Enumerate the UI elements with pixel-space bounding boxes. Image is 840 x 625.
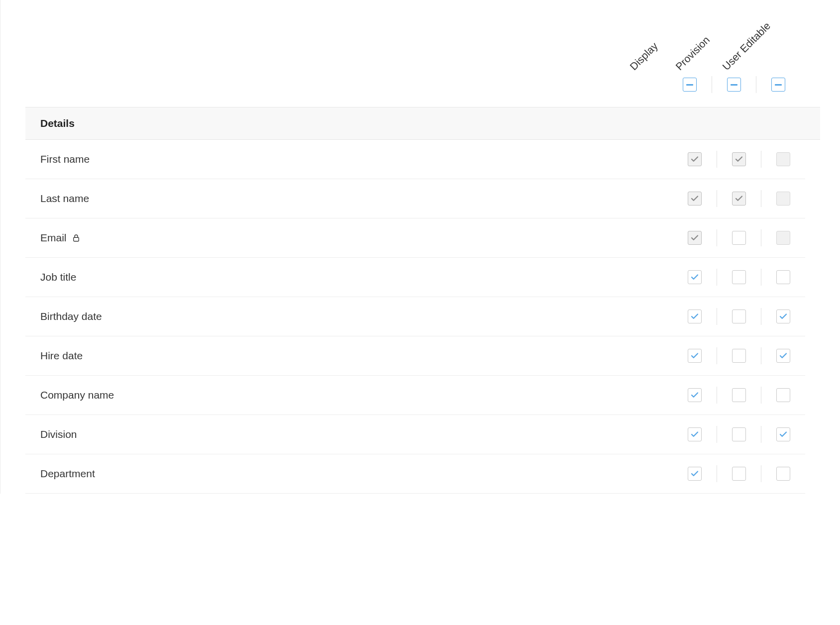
- table-row: Department: [25, 454, 805, 494]
- checkbox-provision[interactable]: [732, 310, 746, 323]
- row-checkbox-group: [688, 229, 790, 246]
- row-label-text: Last name: [40, 193, 89, 205]
- checkbox-provision[interactable]: [732, 388, 746, 402]
- row-label: Division: [40, 428, 688, 440]
- checkbox-user-editable[interactable]: [776, 427, 790, 441]
- divider: [761, 308, 761, 325]
- divider: [761, 229, 761, 246]
- checkbox-user-editable[interactable]: [776, 467, 790, 481]
- row-checkbox-group: [688, 151, 790, 168]
- checkbox-user-editable[interactable]: [776, 349, 790, 363]
- checkbox-user-editable[interactable]: [776, 270, 790, 284]
- lock-icon: [72, 233, 81, 242]
- checkbox-display[interactable]: [688, 427, 702, 441]
- table-row: Company name: [25, 376, 805, 415]
- divider: [761, 465, 761, 482]
- divider: [761, 347, 761, 364]
- table-row: Division: [25, 415, 805, 454]
- header-checkbox-provision[interactable]: [727, 78, 741, 92]
- checkbox-provision[interactable]: [732, 192, 746, 206]
- row-label: Company name: [40, 389, 688, 401]
- row-label: Hire date: [40, 350, 688, 362]
- row-checkbox-group: [688, 269, 790, 286]
- column-label-provision: Provision: [673, 34, 712, 73]
- column-headers: Display Provision User Editable: [25, 0, 820, 107]
- checkbox-display[interactable]: [688, 388, 702, 402]
- row-label: Email: [40, 232, 688, 244]
- row-checkbox-group: [688, 426, 790, 443]
- row-label-text: First name: [40, 153, 90, 165]
- row-label-text: Hire date: [40, 350, 83, 362]
- row-checkbox-group: [688, 387, 790, 404]
- divider: [717, 190, 717, 207]
- checkbox-provision[interactable]: [732, 427, 746, 441]
- row-label: Job title: [40, 271, 688, 283]
- checkbox-provision[interactable]: [732, 152, 746, 166]
- row-label-text: Division: [40, 428, 77, 440]
- divider: [761, 387, 761, 404]
- row-label: First name: [40, 153, 688, 165]
- checkbox-display[interactable]: [688, 349, 702, 363]
- checkbox-display[interactable]: [688, 192, 702, 206]
- checkbox-provision[interactable]: [732, 349, 746, 363]
- divider: [717, 308, 717, 325]
- row-checkbox-group: [688, 347, 790, 364]
- row-checkbox-group: [688, 465, 790, 482]
- table-row: First name: [25, 140, 805, 179]
- divider: [717, 347, 717, 364]
- checkbox-user-editable: [776, 192, 790, 206]
- row-label-text: Birthday date: [40, 311, 102, 322]
- divider: [717, 426, 717, 443]
- row-label-text: Job title: [40, 271, 76, 283]
- divider: [717, 465, 717, 482]
- divider: [717, 229, 717, 246]
- divider: [761, 151, 761, 168]
- row-label-text: Department: [40, 468, 95, 480]
- checkbox-display[interactable]: [688, 152, 702, 166]
- table-row: Birthday date: [25, 297, 805, 336]
- rows-container: First nameLast nameEmailJob titleBirthda…: [25, 140, 820, 494]
- checkbox-display[interactable]: [688, 231, 702, 245]
- section-header-details: Details: [25, 107, 820, 140]
- header-checkbox-display[interactable]: [683, 78, 697, 92]
- column-label-display: Display: [628, 40, 660, 73]
- row-label: Department: [40, 468, 688, 480]
- checkbox-user-editable: [776, 152, 790, 166]
- divider: [717, 387, 717, 404]
- permissions-panel: Display Provision User Editable Details …: [0, 0, 840, 494]
- divider: [756, 76, 756, 93]
- row-checkbox-group: [688, 190, 790, 207]
- table-row: Hire date: [25, 336, 805, 376]
- checkbox-display[interactable]: [688, 270, 702, 284]
- divider: [717, 269, 717, 286]
- checkbox-user-editable: [776, 231, 790, 245]
- table-row: Last name: [25, 179, 805, 218]
- header-checkbox-user-editable[interactable]: [771, 78, 785, 92]
- row-label-text: Email: [40, 232, 67, 244]
- row-label-text: Company name: [40, 389, 114, 401]
- checkbox-provision[interactable]: [732, 467, 746, 481]
- checkbox-user-editable[interactable]: [776, 310, 790, 323]
- checkbox-display[interactable]: [688, 310, 702, 323]
- row-label: Birthday date: [40, 311, 688, 322]
- divider: [761, 190, 761, 207]
- header-checkbox-group: [683, 76, 785, 93]
- divider: [717, 151, 717, 168]
- row-checkbox-group: [688, 308, 790, 325]
- checkbox-provision[interactable]: [732, 270, 746, 284]
- table-row: Email: [25, 218, 805, 258]
- svg-rect-0: [73, 237, 79, 241]
- checkbox-user-editable[interactable]: [776, 388, 790, 402]
- column-label-user-editable: User Editable: [720, 20, 773, 73]
- checkbox-provision[interactable]: [732, 231, 746, 245]
- divider: [712, 76, 712, 93]
- checkbox-display[interactable]: [688, 467, 702, 481]
- row-label: Last name: [40, 193, 688, 205]
- divider: [761, 426, 761, 443]
- table-row: Job title: [25, 258, 805, 297]
- divider: [761, 269, 761, 286]
